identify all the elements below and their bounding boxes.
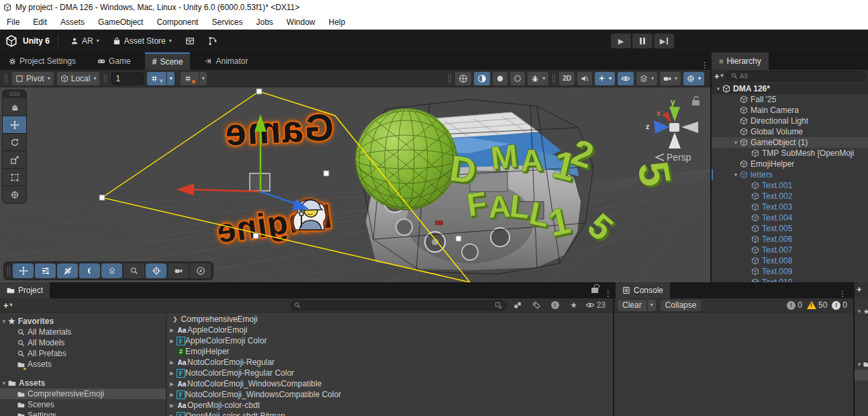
- collapsed-add-button[interactable]: +: [857, 284, 862, 294]
- hierarchy-item-prefab[interactable]: ▶Text.002: [712, 191, 868, 202]
- l​it-mode-button[interactable]: [474, 72, 490, 85]
- move-tool-button[interactable]: [3, 116, 26, 133]
- collapsed-assets-row[interactable]: ▼: [855, 359, 868, 370]
- grid-size-input[interactable]: [111, 73, 144, 85]
- hierarchy-item-prefab[interactable]: ▶Text.006: [712, 234, 868, 245]
- scene-visibility-toggle[interactable]: [618, 72, 634, 85]
- grid-snap-dropdown[interactable]: ▾: [199, 72, 207, 85]
- wireframe-mode-button[interactable]: [510, 72, 525, 85]
- console-clear-button[interactable]: Clear: [618, 300, 646, 311]
- view-lock-icon[interactable]: [692, 100, 700, 106]
- project-add-button[interactable]: +▾: [3, 300, 13, 310]
- toolbar-grip[interactable]: [103, 74, 108, 83]
- hierarchy-scene-root[interactable]: ▼ DMA 126*: [712, 83, 868, 94]
- toolbar-grip[interactable]: [3, 74, 9, 83]
- hierarchy-search[interactable]: [726, 71, 865, 81]
- expand-arrow[interactable]: ▶: [167, 360, 177, 366]
- menu-file[interactable]: File: [0, 15, 26, 30]
- svg-text:A[interactable]: A: [487, 188, 512, 224]
- svg-text:M[interactable]: M: [489, 138, 520, 176]
- save-search-icon[interactable]: [495, 302, 502, 309]
- step-button[interactable]: ▶: [654, 34, 674, 48]
- pause-button[interactable]: [632, 34, 653, 48]
- asset-row[interactable]: ▶FNotoColorEmoji_WindowsCompatible Color: [167, 389, 613, 400]
- expand-arrow[interactable]: ▼: [732, 172, 740, 178]
- expand-arrow[interactable]: ▶: [167, 413, 177, 416]
- scene-panel-menu-kebab[interactable]: ⋮: [697, 60, 713, 70]
- hierarchy-item-prefab[interactable]: ▶Text.003: [712, 202, 868, 212]
- favorites-header[interactable]: ▼★ Favorites: [0, 316, 166, 327]
- menu-component[interactable]: Component: [150, 15, 205, 30]
- grid-snap-button[interactable]: [181, 72, 199, 85]
- menu-help[interactable]: Help: [322, 15, 352, 30]
- breadcrumb[interactable]: ❯ ComprehensiveEmoji: [167, 313, 613, 325]
- tab-game[interactable]: Game: [90, 52, 138, 70]
- favorite-assets[interactable]: Assets: [0, 359, 166, 370]
- hand-tool-button[interactable]: [3, 98, 26, 116]
- svg-text:A[interactable]: A: [520, 142, 544, 178]
- console-log-area[interactable]: [614, 313, 853, 416]
- menu-services[interactable]: Services: [205, 15, 249, 30]
- effects-dropdown[interactable]: ▾: [595, 72, 615, 85]
- 2d-mode-toggle[interactable]: 2D: [559, 72, 575, 85]
- grid-visibility-button[interactable]: Y: [147, 72, 166, 85]
- asset-row[interactable]: ▶FOpenMoji-color-cbdt Bitmap: [167, 411, 613, 416]
- hierarchy-item-selected[interactable]: ▼GameObject (1): [712, 137, 868, 148]
- filter-importance-button[interactable]: !: [548, 300, 563, 311]
- favorite-all-prefabs[interactable]: All Prefabs: [0, 348, 166, 359]
- package-manager-button[interactable]: [181, 34, 199, 48]
- orientation-dropdown[interactable]: Local▾: [57, 72, 100, 85]
- scene-viewport[interactable]: D M A 1 2 5 F A L L 1 5 Game Engine: [0, 87, 710, 282]
- asset-store-dropdown[interactable]: Asset Store▾: [109, 34, 176, 48]
- asset-row[interactable]: ▶FAppleColorEmoji Color: [167, 335, 613, 346]
- hierarchy-item-prefab[interactable]: ▶Text.009: [712, 266, 868, 277]
- tab-animator[interactable]: Animator: [197, 52, 255, 70]
- tab-project-settings[interactable]: Project Settings: [1, 52, 83, 70]
- hierarchy-item-prefab[interactable]: ▶Text.005: [712, 223, 868, 234]
- lighting-overlay-button[interactable]: [79, 263, 100, 278]
- rotate-tool-button[interactable]: [3, 133, 26, 151]
- hierarchy-item-prefab[interactable]: ▶Text.001: [712, 180, 868, 191]
- asset-row[interactable]: ▶AaNotoColorEmoji-Regular: [167, 357, 613, 368]
- toolbar-grip[interactable]: [447, 74, 452, 83]
- hierarchy-item[interactable]: ▶Global Volume: [712, 126, 868, 137]
- hierarchy-item[interactable]: ▶Main Camera: [712, 105, 868, 116]
- expand-arrow[interactable]: ▶: [167, 370, 177, 376]
- asset-row[interactable]: ▶AaOpenMoji-color-cbdt: [167, 400, 613, 411]
- debug-draw-dropdown[interactable]: ▾: [528, 72, 548, 85]
- account-dropdown[interactable]: AR▾: [66, 34, 103, 48]
- folder-settings[interactable]: Settings: [0, 410, 166, 416]
- unlock-icon[interactable]: [591, 288, 598, 293]
- persp-label[interactable]: Persp: [667, 152, 691, 163]
- grid-overlay-button[interactable]: [57, 263, 78, 278]
- expand-arrow[interactable]: ▼: [714, 86, 722, 92]
- project-search-input[interactable]: [303, 301, 492, 309]
- menu-edit[interactable]: Edit: [26, 15, 54, 30]
- hidden-count-toggle[interactable]: 23: [585, 300, 610, 310]
- folder-scenes[interactable]: Scenes: [0, 399, 166, 410]
- expand-arrow[interactable]: ▶: [167, 381, 177, 387]
- gizmos-dropdown[interactable]: ▾: [683, 72, 704, 85]
- pivot-mode-dropdown[interactable]: Pivot▾: [12, 72, 54, 85]
- scale-tool-button[interactable]: [3, 151, 26, 168]
- hierarchy-item-prefab[interactable]: ▶Text.010: [712, 277, 868, 282]
- rect-tool-button[interactable]: [3, 168, 26, 185]
- console-clear-dropdown[interactable]: ▾: [648, 300, 656, 311]
- camera-settings-dropdown[interactable]: ▾: [660, 72, 681, 85]
- audio-toggle[interactable]: [577, 72, 592, 85]
- favorite-all-models[interactable]: All Models: [0, 337, 166, 348]
- expand-arrow[interactable]: ▼: [732, 140, 740, 146]
- navigation-overlay-button[interactable]: [190, 263, 211, 278]
- transform-tool-button[interactable]: [3, 185, 26, 203]
- expand-arrow[interactable]: ▶: [167, 392, 177, 398]
- asset-row[interactable]: ▶FNotoColorEmoji-Regular Color: [167, 368, 613, 378]
- console-collapse-button[interactable]: Collapse: [661, 300, 702, 311]
- layers-dropdown[interactable]: ▾: [636, 72, 657, 85]
- overlay-grip[interactable]: [6, 266, 11, 276]
- hierarchy-item[interactable]: ▶Fall '25: [712, 94, 868, 105]
- unlit-mode-button[interactable]: [493, 72, 508, 85]
- console-warning-badge[interactable]: 50: [807, 300, 827, 310]
- favorite-all-materials[interactable]: All Materials: [0, 327, 166, 337]
- favorites-filter-button[interactable]: ★: [567, 300, 581, 311]
- console-panel-menu-kebab[interactable]: ⋮: [834, 289, 851, 298]
